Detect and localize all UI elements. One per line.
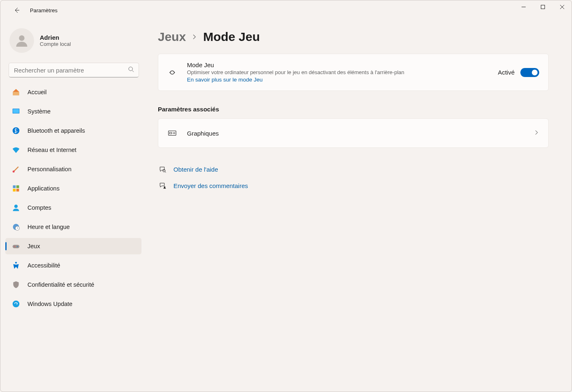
svg-rect-7 bbox=[13, 186, 16, 188]
game-mode-toggle[interactable] bbox=[520, 68, 539, 77]
send-feedback-link[interactable]: Envoyer des commentaires bbox=[173, 182, 248, 189]
close-icon bbox=[560, 5, 564, 9]
page-title: Mode Jeu bbox=[203, 30, 260, 44]
sidebar-item-accounts[interactable]: Comptes bbox=[5, 199, 141, 216]
graphics-icon bbox=[167, 129, 177, 138]
feedback-icon bbox=[158, 182, 168, 189]
accessibility-icon bbox=[12, 261, 20, 270]
maximize-icon bbox=[541, 5, 545, 9]
sidebar-item-windows-update[interactable]: Windows Update bbox=[5, 296, 141, 312]
sidebar-item-time-language[interactable]: Heure et langue bbox=[5, 219, 141, 235]
svg-point-15 bbox=[14, 246, 15, 247]
sidebar-item-gaming[interactable]: Jeux bbox=[5, 238, 141, 254]
svg-point-18 bbox=[13, 301, 20, 308]
graphics-label: Graphiques bbox=[187, 130, 534, 137]
chevron-right-icon bbox=[534, 129, 539, 137]
svg-point-25 bbox=[164, 186, 166, 188]
sidebar-item-label: Système bbox=[27, 108, 50, 115]
search-icon bbox=[128, 66, 134, 74]
toggle-state-label: Activé bbox=[498, 69, 515, 76]
sidebar-item-personalization[interactable]: Personnalisation bbox=[5, 161, 141, 177]
close-button[interactable] bbox=[552, 0, 572, 14]
minimize-icon bbox=[522, 5, 526, 9]
sidebar-item-label: Accessibilité bbox=[27, 262, 60, 269]
svg-rect-22 bbox=[170, 132, 172, 134]
sidebar-item-label: Windows Update bbox=[27, 301, 73, 307]
update-icon bbox=[12, 300, 20, 308]
help-icon bbox=[158, 165, 168, 173]
svg-rect-0 bbox=[541, 5, 545, 9]
user-profile[interactable]: Adrien Compte local bbox=[4, 25, 143, 61]
svg-rect-4 bbox=[13, 109, 19, 113]
sidebar-item-system[interactable]: Système bbox=[5, 103, 141, 120]
graphics-settings-row[interactable]: Graphiques bbox=[158, 118, 549, 148]
shield-icon bbox=[12, 281, 20, 289]
arrow-left-icon bbox=[14, 7, 20, 14]
sidebar-item-accessibility[interactable]: Accessibilité bbox=[5, 257, 141, 274]
wifi-icon bbox=[12, 146, 20, 154]
gamepad-icon bbox=[12, 242, 20, 250]
game-mode-description: Optimiser votre ordinateur personnel pou… bbox=[187, 69, 498, 75]
brush-icon bbox=[12, 165, 20, 173]
get-help-link[interactable]: Obtenir de l'aide bbox=[173, 166, 218, 173]
user-account-type: Compte local bbox=[40, 41, 71, 47]
svg-point-6 bbox=[13, 170, 15, 172]
breadcrumb: Jeux Mode Jeu bbox=[158, 30, 549, 44]
svg-rect-9 bbox=[13, 189, 16, 192]
avatar bbox=[9, 28, 34, 53]
svg-point-2 bbox=[129, 67, 132, 70]
clock-globe-icon bbox=[12, 223, 20, 231]
sidebar-item-label: Réseau et Internet bbox=[27, 147, 76, 153]
related-settings-heading: Paramètres associés bbox=[158, 106, 549, 113]
svg-rect-8 bbox=[16, 186, 19, 188]
svg-point-23 bbox=[173, 132, 175, 134]
maximize-button[interactable] bbox=[533, 0, 552, 14]
sidebar-item-privacy[interactable]: Confidentialité et sécurité bbox=[5, 276, 141, 293]
svg-point-1 bbox=[19, 35, 25, 41]
system-icon bbox=[12, 107, 20, 116]
minimize-button[interactable] bbox=[514, 0, 533, 14]
svg-point-19 bbox=[169, 72, 170, 73]
svg-point-20 bbox=[174, 72, 175, 73]
home-icon bbox=[12, 88, 20, 96]
sidebar-item-label: Personnalisation bbox=[27, 166, 71, 172]
chevron-right-icon bbox=[191, 32, 197, 42]
search-input[interactable] bbox=[9, 63, 139, 77]
game-mode-learn-more-link[interactable]: En savoir plus sur le mode Jeu bbox=[187, 77, 263, 83]
user-name: Adrien bbox=[40, 34, 71, 41]
game-mode-card: Mode Jeu Optimiser votre ordinateur pers… bbox=[158, 54, 549, 91]
sidebar-item-label: Bluetooth et appareils bbox=[27, 127, 85, 134]
sidebar-item-label: Heure et langue bbox=[27, 224, 70, 230]
sidebar-item-label: Applications bbox=[27, 185, 59, 192]
account-icon bbox=[12, 204, 20, 212]
sidebar-item-label: Confidentialité et sécurité bbox=[27, 281, 94, 288]
sidebar-item-network[interactable]: Réseau et Internet bbox=[5, 142, 141, 158]
sidebar-item-home[interactable]: Accueil bbox=[5, 84, 141, 100]
sidebar-item-label: Accueil bbox=[27, 89, 47, 95]
game-mode-title: Mode Jeu bbox=[187, 61, 498, 68]
sidebar-item-apps[interactable]: Applications bbox=[5, 180, 141, 197]
window-title: Paramètres bbox=[30, 7, 57, 14]
sidebar-item-bluetooth[interactable]: Bluetooth et appareils bbox=[5, 122, 141, 139]
person-icon bbox=[14, 33, 29, 48]
svg-point-24 bbox=[163, 170, 165, 172]
svg-point-11 bbox=[14, 205, 18, 208]
bluetooth-icon bbox=[12, 127, 20, 135]
svg-rect-14 bbox=[13, 245, 20, 248]
sidebar-item-label: Jeux bbox=[27, 243, 40, 249]
svg-rect-10 bbox=[16, 189, 19, 192]
svg-point-17 bbox=[15, 262, 17, 263]
back-button[interactable] bbox=[9, 2, 25, 18]
game-mode-icon bbox=[167, 68, 177, 77]
svg-point-16 bbox=[17, 246, 18, 247]
sidebar-item-label: Comptes bbox=[27, 204, 51, 211]
apps-icon bbox=[12, 184, 20, 193]
breadcrumb-parent[interactable]: Jeux bbox=[158, 30, 186, 44]
